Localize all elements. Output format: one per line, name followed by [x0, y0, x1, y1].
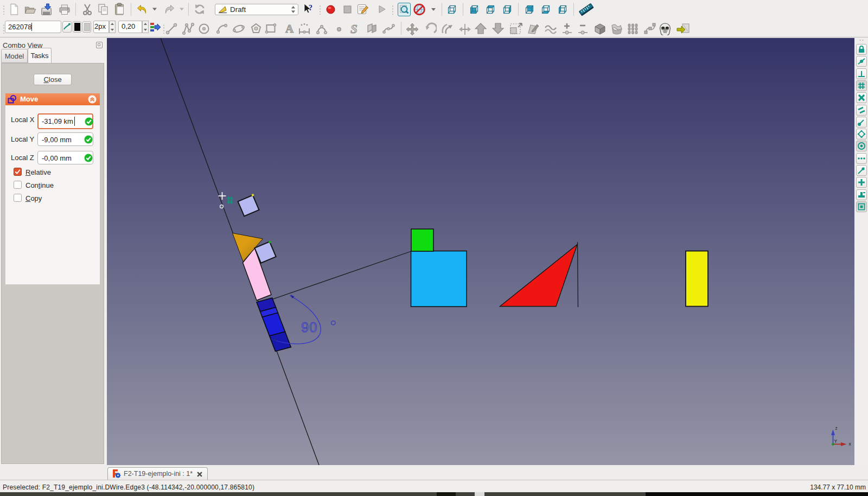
svg-text:?: ? [309, 4, 312, 12]
svg-text:S: S [350, 22, 358, 35]
svg-text:z: z [835, 425, 838, 431]
svg-text:A: A [285, 22, 294, 35]
svg-text:x: x [849, 441, 852, 447]
svg-text:Y: Y [834, 438, 838, 444]
svg-text:90: 90 [301, 320, 317, 335]
